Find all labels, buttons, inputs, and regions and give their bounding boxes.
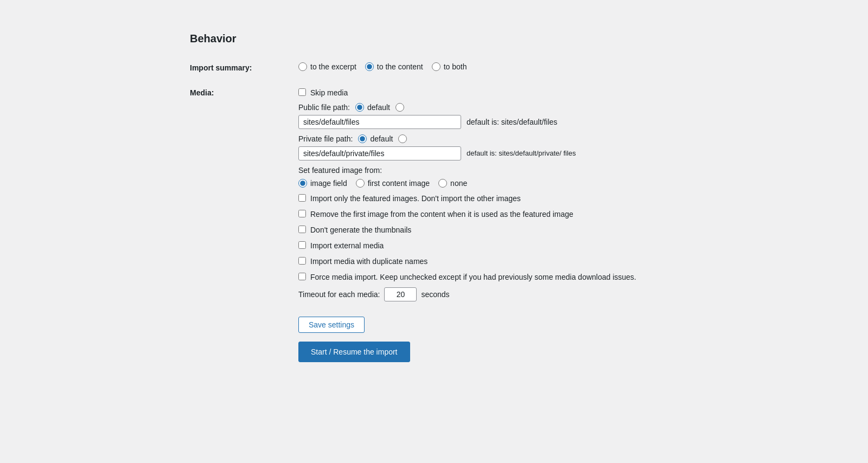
pub-default-label[interactable]: default xyxy=(367,103,390,112)
feat-image-field-option[interactable]: image field xyxy=(298,179,347,188)
pub-custom-radio[interactable] xyxy=(395,103,404,112)
chk-no-thumbnails-checkbox[interactable] xyxy=(298,226,306,233)
chk-remove-first-image-checkbox[interactable] xyxy=(298,210,306,217)
start-resume-button[interactable]: Start / Resume the import xyxy=(298,342,410,362)
media-controls: Skip media Public file path: default d xyxy=(298,87,678,301)
public-file-path-row: Public file path: default xyxy=(298,103,678,112)
chk-duplicate-names-checkbox[interactable] xyxy=(298,257,306,265)
priv-default-radio[interactable] xyxy=(358,134,367,143)
chk-remove-first-image-item[interactable]: Remove the first image from the content … xyxy=(298,209,678,220)
priv-custom-radio[interactable] xyxy=(398,134,407,143)
public-file-path-section: Public file path: default default is: si… xyxy=(298,103,678,129)
priv-custom-option[interactable] xyxy=(398,134,407,143)
priv-default-option[interactable]: default xyxy=(358,134,393,143)
import-summary-radio-group: to the excerpt to the content to both xyxy=(298,62,678,71)
summary-content-option[interactable]: to the content xyxy=(365,62,423,71)
summary-content-radio[interactable] xyxy=(365,62,374,71)
private-file-path-row: Private file path: default xyxy=(298,134,678,143)
feat-none-radio[interactable] xyxy=(438,179,447,188)
chk-force-import-item[interactable]: Force media import. Keep unchecked excep… xyxy=(298,272,678,283)
feat-first-content-option[interactable]: first content image xyxy=(356,179,430,188)
save-settings-button[interactable]: Save settings xyxy=(298,317,365,333)
media-row: Media: Skip media Public file path: defa… xyxy=(190,87,678,301)
timeout-label: Timeout for each media: xyxy=(298,290,380,299)
public-file-path-hint: default is: sites/default/files xyxy=(467,118,557,126)
chk-import-featured-only-item[interactable]: Import only the featured images. Don't i… xyxy=(298,193,678,204)
public-file-input-row: default is: sites/default/files xyxy=(298,115,678,129)
featured-radio-group: image field first content image none xyxy=(298,179,678,188)
chk-force-import-label[interactable]: Force media import. Keep unchecked excep… xyxy=(310,272,636,283)
private-file-input-row: default is: sites/default/private/ files xyxy=(298,146,678,160)
private-file-path-section: Private file path: default default is: s… xyxy=(298,134,678,160)
chk-duplicate-names-item[interactable]: Import media with duplicate names xyxy=(298,256,678,267)
feat-first-content-radio[interactable] xyxy=(356,179,365,188)
summary-both-option[interactable]: to both xyxy=(432,62,467,71)
actions-section: Save settings Start / Resume the import xyxy=(190,317,678,362)
chk-remove-first-image-label[interactable]: Remove the first image from the content … xyxy=(310,209,573,220)
pub-default-radio[interactable] xyxy=(355,103,364,112)
import-summary-label: Import summary: xyxy=(190,62,298,72)
public-file-path-input[interactable] xyxy=(298,115,461,129)
summary-both-radio[interactable] xyxy=(432,62,441,71)
feat-image-field-label[interactable]: image field xyxy=(310,179,347,188)
skip-media-checkbox-item[interactable]: Skip media xyxy=(298,87,678,99)
summary-both-label[interactable]: to both xyxy=(444,62,467,71)
timeout-input[interactable] xyxy=(384,287,417,301)
chk-duplicate-names-label[interactable]: Import media with duplicate names xyxy=(310,256,427,267)
set-featured-label: Set featured image from: xyxy=(298,166,678,175)
skip-media-label[interactable]: Skip media xyxy=(310,87,348,99)
import-summary-controls: to the excerpt to the content to both xyxy=(298,62,678,71)
chk-external-media-checkbox[interactable] xyxy=(298,241,306,249)
feat-none-option[interactable]: none xyxy=(438,179,467,188)
timeout-row: Timeout for each media: seconds xyxy=(298,287,678,301)
private-file-path-input[interactable] xyxy=(298,146,461,160)
chk-force-import-checkbox[interactable] xyxy=(298,273,306,280)
feat-none-label[interactable]: none xyxy=(450,179,467,188)
private-file-path-hint: default is: sites/default/private/ files xyxy=(467,149,576,158)
skip-media-checkbox[interactable] xyxy=(298,88,306,96)
private-file-path-label: Private file path: xyxy=(298,134,353,143)
timeout-unit: seconds xyxy=(421,290,449,299)
feat-first-content-label[interactable]: first content image xyxy=(368,179,430,188)
feat-image-field-radio[interactable] xyxy=(298,179,307,188)
chk-no-thumbnails-item[interactable]: Don't generate the thumbnails xyxy=(298,224,678,236)
section-title: Behavior xyxy=(190,33,678,45)
pub-default-option[interactable]: default xyxy=(355,103,390,112)
chk-external-media-item[interactable]: Import external media xyxy=(298,240,678,252)
page-container: Behavior Import summary: to the excerpt … xyxy=(190,33,678,362)
chk-import-featured-only-label[interactable]: Import only the featured images. Don't i… xyxy=(310,193,521,204)
pub-custom-option[interactable] xyxy=(395,103,404,112)
public-file-path-label: Public file path: xyxy=(298,103,350,112)
import-summary-row: Import summary: to the excerpt to the co… xyxy=(190,62,678,72)
media-label: Media: xyxy=(190,87,298,97)
summary-excerpt-option[interactable]: to the excerpt xyxy=(298,62,356,71)
summary-excerpt-radio[interactable] xyxy=(298,62,307,71)
summary-excerpt-label[interactable]: to the excerpt xyxy=(310,62,356,71)
priv-default-label[interactable]: default xyxy=(370,134,393,143)
summary-content-label[interactable]: to the content xyxy=(377,62,423,71)
chk-no-thumbnails-label[interactable]: Don't generate the thumbnails xyxy=(310,224,411,236)
chk-external-media-label[interactable]: Import external media xyxy=(310,240,384,252)
chk-import-featured-only-checkbox[interactable] xyxy=(298,194,306,202)
